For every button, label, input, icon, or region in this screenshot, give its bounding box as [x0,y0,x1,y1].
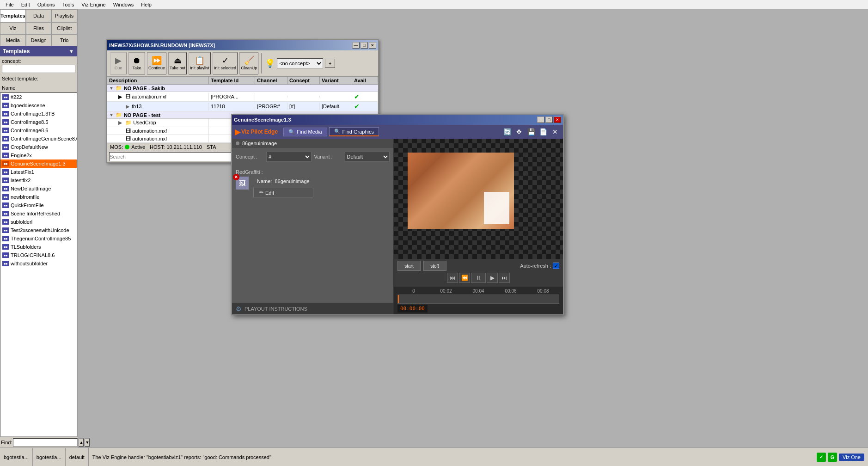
find-media-button[interactable]: 🔍 Find Media [283,128,327,136]
row-name: automation.mxf [132,128,167,134]
template-item-latest1[interactable]: ■■ LatestFix1 [0,168,77,176]
inews-close-button[interactable]: ✕ [369,42,376,49]
template-item-ci3[interactable]: ■■ ControlImage8.6 [0,126,77,135]
take-button[interactable]: ⏺ Take [128,52,145,74]
save-all-icon[interactable]: 💾 [526,127,536,137]
template-item-sub[interactable]: ■■ sublolderl [0,218,77,226]
menu-windows[interactable]: Windows [110,0,138,9]
sidebar-tab-design[interactable]: Design [26,34,52,46]
inews-title: INEWS7X/SHOW.SIN.RUNDOWN [INEWS7X] [109,43,215,48]
statusbar: bgotestla... bgotestla... default The Vi… [0,448,868,466]
template-item-222[interactable]: ■■ #222 [0,93,77,101]
init-selected-button[interactable]: ✓ Init selected [213,52,238,74]
template-item-bgoe[interactable]: ■■ bgoeddiescene [0,101,77,110]
statusbar-item-1[interactable]: bgotestla... [0,448,33,466]
row-channel: [PROGR# [255,103,287,110]
cleanup-button[interactable]: 🧹 CleanUp [239,52,258,74]
find-next-button[interactable]: ▼ [85,438,90,447]
gs-item-close-button[interactable]: ✕ [233,174,239,180]
auto-refresh-checkbox[interactable]: ✓ [553,263,559,269]
transport-top-row: start stoß Auto-refresh : ✓ [397,261,559,271]
gs-concept-row: Concept : # Variant : Default [236,152,390,162]
template-item-ci1[interactable]: ■■ ControlImage1.3TB [0,110,77,118]
template-item-newb[interactable]: ■■ newbfromfile [0,193,77,201]
move-icon[interactable]: ✥ [514,127,524,137]
gs-play-controls: ⏮ ⏪ ⏸ ▶ ⏭ [397,273,559,283]
find-prev-button[interactable]: ▲ [79,438,84,447]
statusbar-item-2[interactable]: bgotestla... [33,448,66,466]
template-item-scene[interactable]: ■■ Scene InforRefreshed [0,209,77,218]
gs-close-button[interactable]: ✕ [554,116,561,123]
cleanup-label: CleanUp [241,66,257,70]
timeline-ruler: 0 00:02 00:04 00:06 00:08 [397,288,559,294]
template-item-tlsub[interactable]: ■■ TLSubfolders [0,243,77,251]
menu-viz-engine[interactable]: Viz Engine [78,0,109,9]
menu-tools[interactable]: Tools [59,0,78,9]
save-icon[interactable]: 📄 [538,127,548,137]
step-back-button[interactable]: ⏪ [459,273,470,283]
cue-button[interactable]: ▶ Cue [110,52,127,74]
sidebar-tab-templates[interactable]: Templates [0,9,26,22]
stop-button[interactable]: stoß [423,261,446,271]
take-out-button[interactable]: ⏏ Take out [168,52,187,74]
menu-edit[interactable]: Edit [18,0,34,9]
menu-help[interactable]: Help [137,0,155,9]
find-graphics-button[interactable]: 🔍 Find Graphics [329,127,379,136]
template-icon: ■■ [2,211,9,216]
gs-minimize-button[interactable]: — [537,116,544,123]
row-concept [287,96,320,98]
table-row-tb13[interactable]: ▶ tb13 11218 [PROGR# [#] [Default ✔ [107,102,378,111]
template-item-crop[interactable]: ■■ CropDefaultNew [0,143,77,151]
template-item-genuine[interactable]: ■■ GenuineSceneImage1.3 [0,159,77,168]
gs-transport: start stoß Auto-refresh : ✓ ⏮ ⏪ ⏸ ▶ ⏭ [394,259,563,287]
menu-file[interactable]: File [2,0,18,9]
close-icon[interactable]: ✕ [550,127,560,137]
find-input[interactable] [13,438,78,447]
gs-concept-select[interactable]: # [266,152,312,162]
template-item-ci2[interactable]: ■■ ControlImage8.5 [0,118,77,126]
expand-icon: ▼ [109,86,114,91]
skip-to-end-button[interactable]: ⏭ [499,273,510,283]
template-item-test2x[interactable]: ■■ Test2xsceneswithUnicode [0,226,77,234]
template-item-without[interactable]: ■■ withoutsubfolder [0,259,77,268]
sidebar-dropdown-icon[interactable]: ▼ [69,49,74,54]
name-label: Name [2,84,75,92]
col-concept: Concept [287,77,320,84]
gs-variant-select[interactable]: Default [345,152,390,162]
sidebar-tab-data[interactable]: Data [26,9,52,22]
sidebar-tab-trio[interactable]: Trio [51,34,77,46]
concept-add-button[interactable]: + [325,59,335,68]
skip-to-start-button[interactable]: ⏮ [447,273,458,283]
template-item-engine2x[interactable]: ■■ Engine2x [0,151,77,159]
sidebar-tab-cliplist[interactable]: Cliplist [51,22,77,34]
template-item-quick[interactable]: ■■ QuickFromFile [0,201,77,209]
template-item-trlogic[interactable]: ■■ TRLOGICFINAL8.6 [0,251,77,259]
tb-icon: ▶ [126,104,129,109]
refresh-icon[interactable]: 🔄 [502,127,512,137]
sidebar-tab-viz[interactable]: Viz [0,22,26,34]
menu-options[interactable]: Options [34,0,59,9]
play-button[interactable]: ▶ [487,273,498,283]
inews-minimize-button[interactable]: — [352,42,360,49]
template-item-latest2[interactable]: ■■ latestfix2 [0,176,77,184]
init-playlist-button[interactable]: 📋 Init playlist [189,52,211,74]
viz-logo-text: Viz Pilot Edge [241,129,278,135]
sidebar-tab-files[interactable]: Files [26,22,52,34]
start-button[interactable]: start [397,261,421,271]
continue-button[interactable]: ⏩ Continue [147,52,166,74]
template-item-ci4[interactable]: ■■ ControlImageGenuinScene8.6 [0,135,77,143]
gs-edit-button[interactable]: ✏ Edit [253,188,313,197]
sidebar-tab-playlists[interactable]: Playlists [51,9,77,22]
concept-input[interactable] [2,65,75,73]
template-item-thegenu[interactable]: ■■ ThegenuinControlImage85 [0,234,77,243]
concept-select[interactable]: <no concept> [277,58,323,68]
gs-edit-label: Edit [265,190,274,196]
gs-maximize-button[interactable]: □ [545,116,553,123]
timeline-bar[interactable] [397,294,559,304]
inews-maximize-button[interactable]: □ [361,42,368,49]
play-pause-button[interactable]: ⏸ [471,273,486,283]
sidebar-tab-media[interactable]: Media [0,34,26,46]
table-row[interactable]: ▶ 🎞 automation.mxf [PROGRA... ✔ [107,92,378,102]
template-item-new-default[interactable]: ■■ NewDefaultImage [0,184,77,193]
rundown-group-1[interactable]: ▼ 📁 NO PAGE - Sakib [107,85,378,92]
